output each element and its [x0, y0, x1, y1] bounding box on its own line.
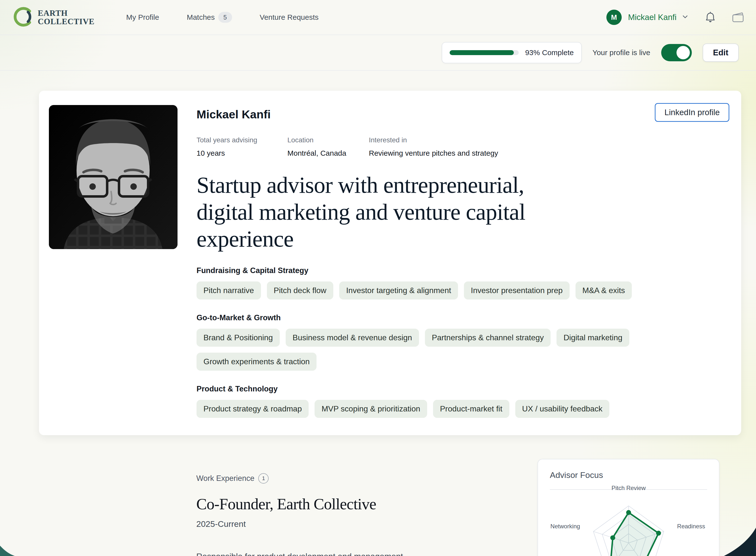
svg-text:Readiness: Readiness — [677, 523, 705, 529]
matches-count-badge: 5 — [218, 12, 232, 23]
skill-tag: Investor presentation prep — [464, 281, 570, 300]
skill-tag: Pitch narrative — [196, 281, 261, 300]
corner-decoration-teal — [0, 546, 15, 556]
skill-tag: Brand & Positioning — [196, 329, 280, 347]
profile-headline: Startup advisor with entrepreneurial, di… — [196, 172, 572, 252]
skill-tag: MVP scoping & prioritization — [314, 400, 427, 418]
skill-group-gtm: Go-to-Market & Growth Brand & Positionin… — [196, 313, 729, 371]
skill-tag: Growth experiments & traction — [196, 353, 316, 371]
avatar: M — [606, 10, 622, 25]
skill-tag: Investor targeting & alignment — [339, 281, 458, 300]
profile-photo — [49, 105, 178, 249]
work-role: Co-Founder, Earth Collective — [196, 495, 537, 513]
advisor-focus-card: Advisor Focus Pitch ReviewReadinessNetwo… — [537, 459, 719, 556]
nav-item-my-profile[interactable]: My Profile — [126, 13, 159, 22]
skill-tag: UX / usability feedback — [515, 400, 610, 418]
progress-bar-fill — [450, 50, 514, 55]
user-menu[interactable]: M Mickael Kanfi — [606, 10, 689, 25]
wallet-button[interactable] — [732, 12, 744, 23]
profile-completion-widget: 93% Complete — [442, 42, 582, 63]
bell-icon — [705, 20, 716, 24]
brand-logo-icon — [13, 7, 33, 28]
skill-group-fundraising: Fundraising & Capital Strategy Pitch nar… — [196, 266, 729, 300]
advisor-focus-title: Advisor Focus — [550, 470, 707, 480]
svg-text:Networking: Networking — [550, 523, 580, 529]
layout-spacer — [39, 459, 196, 556]
skill-tag: Pitch deck flow — [267, 281, 333, 300]
profile-status-bar: 93% Complete Your profile is live Edit — [0, 35, 756, 71]
linkedin-profile-button[interactable]: LinkedIn profile — [655, 103, 729, 122]
work-description: Responsible for product development and … — [196, 552, 537, 556]
toggle-knob — [677, 46, 690, 59]
skill-tag: Product strategy & roadmap — [196, 400, 309, 418]
user-name: Mickael Kanfi — [628, 12, 677, 22]
meta-interested-in: Interested in Reviewing venture pitches … — [369, 136, 498, 158]
meta-location: Location Montréal, Canada — [288, 136, 369, 158]
brand-logo-text: EARTH COLLECTIVE — [38, 9, 95, 26]
nav-item-matches[interactable]: Matches 5 — [187, 12, 232, 23]
page: EARTH COLLECTIVE My Profile Matches 5 Ve… — [0, 0, 756, 556]
work-experience-title: Work Experience — [196, 474, 254, 483]
main-nav: My Profile Matches 5 Venture Requests — [126, 12, 318, 23]
skill-tag: Business model & revenue design — [286, 329, 419, 347]
meta-total-years: Total years advising 10 years — [196, 136, 288, 158]
profile-live-toggle[interactable] — [661, 44, 692, 61]
skill-tag: Partnerships & channel strategy — [425, 329, 551, 347]
corner-decoration-navy — [724, 528, 756, 556]
wallet-icon — [732, 20, 744, 24]
profile-live-label: Your profile is live — [593, 48, 650, 57]
chevron-down-icon — [681, 13, 689, 22]
progress-bar-track — [450, 50, 519, 55]
advisor-focus-radar-chart: Pitch ReviewReadinessNetworking — [550, 493, 707, 556]
brand-logo[interactable]: EARTH COLLECTIVE — [13, 7, 95, 28]
skill-tag: M&A & exits — [575, 281, 632, 300]
work-experience-section: Work Experience 1 Co-Founder, Earth Coll… — [196, 459, 537, 556]
work-experience-count-icon: 1 — [258, 473, 269, 484]
skill-tag: Digital marketing — [557, 329, 629, 347]
profile-name: Mickael Kanfi — [196, 107, 271, 121]
work-period: 2025-Current — [196, 519, 537, 529]
top-nav-bar: EARTH COLLECTIVE My Profile Matches 5 Ve… — [0, 0, 756, 35]
profile-meta: Total years advising 10 years Location M… — [196, 136, 729, 158]
profile-card: Mickael Kanfi LinkedIn profile Total yea… — [39, 91, 741, 435]
notifications-button[interactable] — [705, 12, 716, 23]
nav-item-venture-requests[interactable]: Venture Requests — [260, 13, 319, 22]
skill-tag: Product-market fit — [433, 400, 509, 418]
edit-profile-button[interactable]: Edit — [703, 43, 739, 62]
svg-text:Pitch Review: Pitch Review — [611, 485, 646, 491]
skill-group-product: Product & Technology Product strategy & … — [196, 384, 729, 418]
progress-label: 93% Complete — [525, 48, 574, 57]
